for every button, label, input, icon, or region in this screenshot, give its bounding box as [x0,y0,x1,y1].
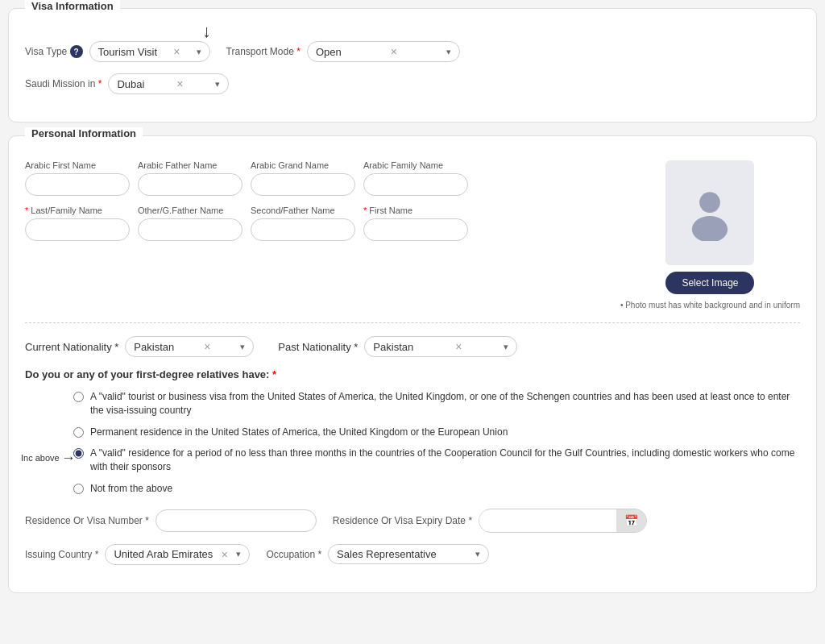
residence-visa-number-group: Residence Or Visa Number * [25,509,317,532]
photo-note: Photo must has white background and in u… [620,301,800,310]
visa-type-value: Tourism Visit [98,46,157,58]
residence-visa-number-input[interactable] [155,509,317,532]
issuing-country-dropdown[interactable]: United Arab Emirates × ▾ [105,544,250,565]
radio-option-2: Permanent residence in the United States… [73,426,800,439]
current-nationality-dropdown[interactable]: Pakistan × ▾ [125,336,254,357]
transport-mode-clear[interactable]: × [391,45,397,58]
arabic-family-name-label: Arabic Family Name [363,160,468,170]
saudi-mission-value: Dubai [117,78,144,90]
transport-mode-dropdown[interactable]: Open × ▾ [307,41,460,62]
past-nationality-clear[interactable]: × [455,340,462,353]
saudi-mission-clear[interactable]: × [176,77,183,90]
visa-section-title: Visa Information [25,0,120,12]
issuing-country-label: Issuing Country * [25,549,98,560]
personal-info-layout: Arabic First Name Arabic Father Name Ara… [25,160,800,310]
residence-visa-expiry-group: Residence Or Visa Expiry Date * 📅 [333,509,647,533]
visa-type-label: Visa Type ? [25,45,83,58]
nationality-row: Current Nationality * Pakistan × ▾ Past … [25,336,800,357]
residence-visa-row: Residence Or Visa Number * Residence Or … [25,509,800,533]
occupation-group: Occupation * Sales Representative ▾ [266,544,489,564]
personal-section-title: Personal Information [25,127,143,139]
last-family-name-group: * Last/Family Name [25,206,130,241]
radio-option-3: Inc above → A "valid" residence for a pe… [73,447,800,474]
issuing-country-arrow: ▾ [236,549,241,559]
occupation-arrow: ▾ [475,549,480,559]
issuing-country-group: Issuing Country * United Arab Emirates ×… [25,544,250,565]
radio-input-1[interactable] [73,392,84,402]
saudi-mission-group: Saudi Mission in * Dubai × ▾ [25,73,229,94]
current-nationality-arrow: ▾ [240,342,245,352]
transport-mode-arrow: ▾ [446,47,451,57]
radio-input-4[interactable] [73,484,84,494]
arabic-grand-name-group: Arabic Grand Name [251,160,355,196]
arabic-first-name-label: Arabic First Name [25,160,130,170]
radio-input-2[interactable] [73,427,84,438]
arabic-first-name-group: Arabic First Name [25,160,130,196]
relatives-question: Do you or any of your first-degree relat… [25,368,800,380]
first-name-group: * First Name [363,206,468,241]
radio-option-1: A "valid" tourist or business visa from … [73,390,800,418]
first-name-input[interactable] [363,218,468,241]
residence-visa-number-label: Residence Or Visa Number * [25,515,149,526]
past-nationality-label: Past Nationality * [278,341,358,353]
arabic-grand-name-input[interactable] [251,173,355,196]
other-father-name-input[interactable] [138,218,243,241]
current-nationality-group: Current Nationality * Pakistan × ▾ [25,336,254,357]
second-father-name-group: Second/Father Name [251,206,355,241]
current-nationality-label: Current Nationality * [25,341,118,353]
visa-type-clear[interactable]: × [173,45,180,58]
arrow-annotation-label: Inc above → [21,448,76,468]
radio-label-2: Permanent residence in the United States… [90,426,508,439]
first-name-label: * First Name [363,206,468,215]
past-nationality-group: Past Nationality * Pakistan × ▾ [278,336,517,357]
calendar-icon[interactable]: 📅 [616,509,646,532]
radio-option-4: Not from the above [73,482,800,496]
transport-mode-value: Open [316,46,342,58]
radio-label-4: Not from the above [90,482,172,496]
visa-type-info-icon[interactable]: ? [70,45,83,58]
svg-point-1 [692,216,728,241]
past-nationality-value: Pakistan [373,341,413,353]
name-fields-container: Arabic First Name Arabic Father Name Ara… [25,160,607,310]
arabic-names-row: Arabic First Name Arabic Father Name Ara… [25,160,607,196]
last-family-name-label: * Last/Family Name [25,206,130,215]
arabic-family-name-input[interactable] [363,173,468,196]
arabic-father-name-group: Arabic Father Name [138,160,243,196]
arabic-grand-name-label: Arabic Grand Name [251,160,355,170]
occupation-dropdown[interactable]: Sales Representative ▾ [328,544,489,564]
section-divider [25,322,800,323]
past-nationality-dropdown[interactable]: Pakistan × ▾ [364,336,517,357]
second-father-name-input[interactable] [251,218,355,241]
last-family-name-input[interactable] [25,218,130,241]
saudi-mission-dropdown[interactable]: Dubai × ▾ [108,73,229,94]
visa-type-group: Visa Type ? Tourism Visit × ▾ [25,41,210,62]
down-arrow-annotation: ↓ [202,21,211,42]
other-father-name-label: Other/G.Father Name [138,206,243,215]
arabic-first-name-input[interactable] [25,173,130,196]
photo-section: Select Image Photo must has white backgr… [620,160,800,310]
svg-point-0 [700,192,721,213]
current-nationality-clear[interactable]: × [204,340,210,353]
visa-type-row: Visa Type ? Tourism Visit × ▾ Transport … [25,41,800,62]
arabic-family-name-group: Arabic Family Name [363,160,468,196]
current-nationality-value: Pakistan [134,341,174,353]
radio-options-container: A "valid" tourist or business visa from … [25,390,800,496]
inc-above-text: Inc above [21,452,60,464]
person-icon [686,185,734,241]
arabic-father-name-input[interactable] [138,173,243,196]
visa-type-arrow: ▾ [197,47,201,57]
second-father-name-label: Second/Father Name [251,206,355,215]
issuing-country-clear[interactable]: × [222,548,228,561]
saudi-mission-row: Saudi Mission in * Dubai × ▾ [25,73,800,94]
past-nationality-arrow: ▾ [504,342,508,352]
other-names-row: * Last/Family Name Other/G.Father Name S… [25,206,607,241]
select-image-button[interactable]: Select Image [665,272,754,294]
visa-type-dropdown[interactable]: Tourism Visit × ▾ [89,41,210,62]
right-arrow-icon: → [61,448,76,468]
date-input-wrapper[interactable]: 📅 [479,509,647,533]
personal-information-card: Personal Information Arabic First Name A… [8,135,817,593]
photo-placeholder [665,160,754,265]
saudi-mission-arrow: ▾ [215,79,220,89]
residence-visa-expiry-input[interactable] [479,510,616,531]
residence-visa-expiry-label: Residence Or Visa Expiry Date * [333,515,472,526]
